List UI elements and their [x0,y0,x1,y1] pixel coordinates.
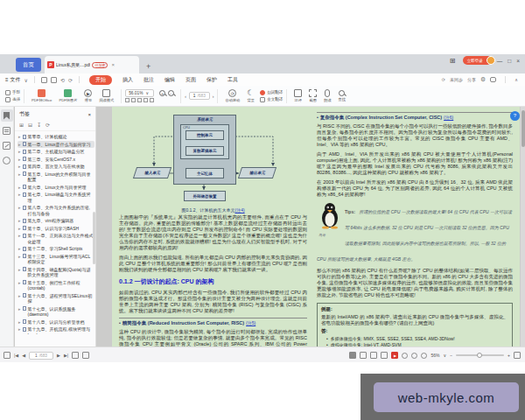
fit-width-icon[interactable] [131,98,136,102]
note-tool-icon[interactable] [82,352,89,359]
read-mode-button[interactable]: 阅读模式 [95,89,117,102]
pdf-to-image-button[interactable]: PDF转图片 [55,89,80,102]
bookmark-item[interactable]: ▸第十七章、认识系统服务(daemons) [18,305,94,318]
bookmark-item[interactable]: ▸第零章、计算机概论 [18,133,94,141]
bookmark-item[interactable]: ▸第十三章、Linux账号管理与ACL权限设定 [18,253,94,266]
menu-tab-tools[interactable]: 工具 [228,76,238,84]
caret-icon[interactable]: ▸ [18,218,21,223]
expand-all-icon[interactable]: ⊞ [19,122,24,128]
hand-mode-icon[interactable] [349,352,356,359]
footnote-link[interactable]: (注4) [235,207,245,213]
bookmark-item[interactable]: ▸第七章、Linux磁盘与文件系统管理 [18,191,94,204]
bookmark-item[interactable]: ▸第十八章、认识与分析登录档 [18,318,94,326]
bookmark-item[interactable]: ▸第八章、文件与文件系统的压缩,打包与备份 [18,204,94,217]
caret-icon[interactable]: ▸ [18,306,21,312]
zoom-in-icon[interactable]: + [159,90,165,96]
zoom-out-icon[interactable]: - [168,90,174,96]
bookmark-item[interactable]: ▸第五章、Linux的文件权限与目录配置 [18,171,94,184]
fit-width-icon[interactable] [411,353,417,359]
full-translate-button[interactable]: 全文翻译 [260,97,283,102]
caret-icon[interactable]: ▸ [18,134,21,139]
last-page-icon[interactable]: ▶| [64,353,68,358]
caret-icon[interactable]: ▸ [18,164,21,169]
zoom-level-value[interactable]: 56% [430,353,439,358]
next-page-icon[interactable]: ▶ [57,353,60,358]
bookmark-item-active[interactable]: ▸第一章、Linux是什么与如何学习 [18,141,94,149]
bookmark-item[interactable]: ▸第十九章、开机流程,模块管理与Loader [18,326,94,334]
screenshot-button[interactable]: 截图 [305,89,320,102]
locate-bookmark-icon[interactable]: ↧ [37,122,41,128]
word-translate-button[interactable]: 划词翻译 [260,90,283,95]
pdf-to-office-button[interactable]: PDF转Office [28,89,55,102]
menu-tab-edit[interactable]: 编辑 [164,76,175,84]
caret-icon[interactable]: ▸ [18,293,21,298]
caret-icon[interactable]: ▸ [18,254,21,259]
new-tab-button[interactable]: + [146,62,150,71]
bookmark-item[interactable]: ▸第十一章、正则表示法与文件格式化处理 [18,232,94,245]
contents-toggle-icon[interactable] [4,352,10,359]
caret-icon[interactable]: ▸ [18,185,21,190]
page-number-input[interactable]: 1 /683 [189,92,210,100]
caret-icon[interactable]: ▸ [18,205,21,210]
file-menu[interactable]: ≡ 文件 ∨ [5,76,30,84]
bookmark-item[interactable]: ▸第九章、vim程序编辑器 [18,217,94,225]
caret-icon[interactable]: ▸ [18,142,21,147]
previous-page-icon[interactable]: ‹ [185,94,186,99]
zoom-out-button[interactable]: − [450,353,452,358]
caret-icon[interactable]: ▸ [18,267,21,272]
menu-tab-page[interactable]: 页面 [186,76,196,84]
menu-tab-start[interactable]: 开始 [89,75,112,85]
footnote-link[interactable]: (注6) [444,115,453,120]
read-aloud-button[interactable]: 朗读 [320,89,334,102]
zoom-level-dropdown[interactable]: 56.01% ∨ [125,89,154,97]
zoom-slider-knob[interactable] [477,353,482,358]
caret-icon[interactable]: ▸ [18,326,21,332]
apps-grid-icon[interactable]: ⊞ [450,57,458,65]
save-icon[interactable] [41,77,47,83]
bookmark-item[interactable]: ▸第十章、认识与学习BASH [18,225,94,233]
scrollbar-thumb[interactable] [522,110,525,147]
sync-status-label[interactable]: 未同步 [450,77,463,82]
caret-icon[interactable]: ▸ [18,172,21,177]
caret-icon[interactable]: ▸ [18,226,21,231]
refresh-bookmarks-icon[interactable]: ⟳ [46,122,50,128]
background-button[interactable]: ☾ 背景 [243,89,258,102]
next-page-icon[interactable]: › [213,94,214,99]
page-number-input[interactable]: 1 /683 [29,352,53,360]
previous-page-icon[interactable]: ◀ [22,353,25,358]
annotation-panel-button[interactable] [1,154,13,166]
print-icon[interactable] [51,77,57,83]
caret-icon[interactable]: ▸ [18,280,21,285]
caret-icon[interactable]: ▸ [18,233,21,238]
menu-tab-comment[interactable]: 批注 [144,76,154,84]
sidebar-scrollbar[interactable] [93,212,95,264]
caret-icon[interactable]: ▸ [18,246,21,251]
login-button[interactable]: 立即登录 [463,56,492,65]
bookmark-item[interactable]: ▸第六章、Linux文件与目录管理 [18,184,94,192]
single-page-view-icon[interactable] [360,352,367,359]
share-button[interactable]: 分享 [467,77,476,82]
bookmark-panel-button[interactable] [1,109,13,122]
footnote-link[interactable]: (注5) [246,320,256,326]
first-page-icon[interactable]: |◀ [14,353,18,358]
rotate-view-icon[interactable] [402,353,408,359]
single-page-icon[interactable] [144,98,148,102]
collapse-all-icon[interactable]: ⊟ [28,122,32,128]
collapse-ribbon-icon[interactable]: ∧ [514,77,518,82]
attachment-panel-button[interactable] [1,139,13,151]
find-button[interactable]: 查找 [335,90,349,102]
actual-size-icon[interactable] [125,98,130,102]
sidebar-close-icon[interactable]: × [88,112,91,117]
select-tool-button[interactable]: 选择 [5,97,20,102]
redo-icon[interactable]: ⟳ [68,77,73,83]
home-tab-button[interactable]: 首页 [16,58,41,72]
undo-icon[interactable]: ⟲ [60,77,65,83]
maximize-button[interactable]: □ [508,58,511,64]
bookmark-item[interactable]: ▸第十五章、例行性工作排程(crontab) [18,279,94,292]
menu-tab-protect[interactable]: 保护 [206,76,217,84]
play-button[interactable]: ▶ 播放 [80,89,95,102]
double-page-view-icon[interactable] [370,352,377,359]
minimize-button[interactable]: — [497,58,503,64]
tab-close-icon[interactable]: × [111,62,115,67]
document-scrollbar[interactable] [521,107,525,346]
